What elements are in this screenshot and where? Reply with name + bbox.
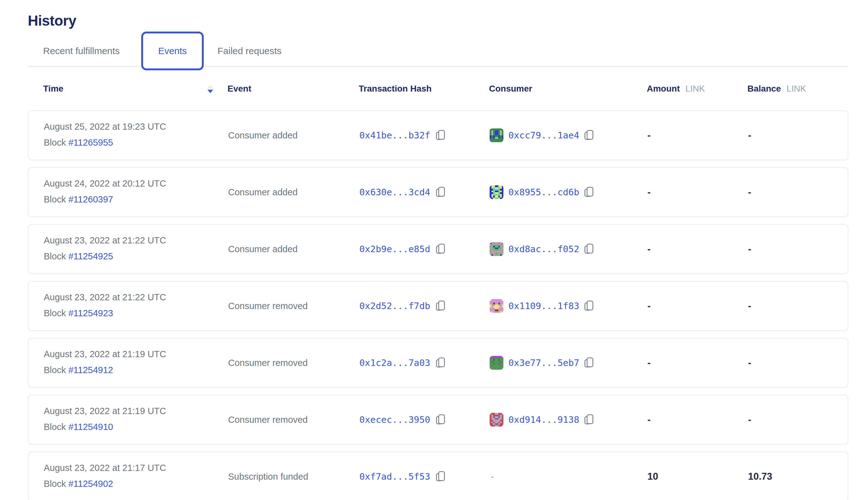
balance-value: - xyxy=(748,186,751,198)
block-label: Block xyxy=(44,194,66,204)
consumer-identicon xyxy=(490,185,503,199)
amount-value: - xyxy=(648,243,651,255)
amount-value: - xyxy=(648,414,651,425)
consumer-address-link[interactable]: 0xd914...9138 xyxy=(509,414,579,425)
table-header: Time Event Transaction Hash Consumer Amo… xyxy=(28,84,848,99)
tx-hash-link[interactable]: 0xf7ad...5f53 xyxy=(359,471,430,482)
event-label: Consumer added xyxy=(228,244,297,254)
sort-desc-icon[interactable] xyxy=(207,85,213,94)
consumer-cell: 0x8955...cd6b xyxy=(490,168,594,217)
tab-events[interactable]: Events xyxy=(141,32,204,70)
column-header-amount: AmountLINK xyxy=(647,84,705,94)
consumer-cell: 0xcc79...1ae4 xyxy=(490,111,594,160)
table-row: August 23, 2022 at 21:22 UTC Block #1125… xyxy=(28,224,848,274)
event-label: Subscription funded xyxy=(228,471,308,482)
block-link[interactable]: #11265955 xyxy=(68,137,113,148)
consumer-identicon xyxy=(490,128,503,142)
balance-value: - xyxy=(748,130,751,141)
table-row: August 23, 2022 at 21:19 UTC Block #1125… xyxy=(28,338,848,388)
tx-hash-link[interactable]: 0x2b9e...e85d xyxy=(359,244,430,254)
tx-copy-button[interactable] xyxy=(436,471,445,482)
block-link[interactable]: #11254902 xyxy=(68,479,113,489)
block-link[interactable]: #11254912 xyxy=(68,365,113,375)
column-header-event: Event xyxy=(227,84,251,94)
tx-copy-button[interactable] xyxy=(436,130,445,141)
block-label: Block xyxy=(44,137,66,148)
tx-copy-button[interactable] xyxy=(436,357,445,368)
tx-copy-button[interactable] xyxy=(436,243,445,255)
tx-copy-button[interactable] xyxy=(436,300,445,311)
consumer-identicon xyxy=(490,242,503,256)
column-header-consumer: Consumer xyxy=(489,84,532,94)
sort-down-arrow xyxy=(207,90,213,93)
consumer-copy-button[interactable] xyxy=(584,300,594,311)
row-date: August 23, 2022 at 21:22 UTC xyxy=(44,292,166,303)
row-date: August 23, 2022 at 21:22 UTC xyxy=(44,235,166,246)
consumer-copy-button[interactable] xyxy=(584,130,594,141)
tx-hash-link[interactable]: 0x2d52...f7db xyxy=(359,300,430,311)
tx-hash-link[interactable]: 0xecec...3950 xyxy=(359,414,430,425)
consumer-address-link[interactable]: 0x1109...1f83 xyxy=(509,300,579,311)
consumer-cell: 0xd914...9138 xyxy=(490,395,594,444)
balance-cell: - xyxy=(748,111,751,160)
time-cell: August 23, 2022 at 21:22 UTC Block #1125… xyxy=(44,235,166,262)
amount-cell: - xyxy=(648,168,651,217)
time-cell: August 23, 2022 at 21:22 UTC Block #1125… xyxy=(44,292,166,318)
consumer-copy-button[interactable] xyxy=(584,357,594,368)
time-cell: August 23, 2022 at 21:19 UTC Block #1125… xyxy=(44,406,166,432)
consumer-copy-button[interactable] xyxy=(584,243,594,255)
tx-hash-link[interactable]: 0x41be...b32f xyxy=(359,130,430,141)
block-label: Block xyxy=(44,479,66,489)
amount-cell: - xyxy=(648,339,651,387)
copy-icon xyxy=(436,300,445,311)
balance-cell: - xyxy=(748,168,751,217)
consumer-identicon xyxy=(490,299,503,313)
table-row: August 24, 2022 at 20:12 UTC Block #1126… xyxy=(28,167,848,217)
transaction-hash-cell: 0xecec...3950 xyxy=(359,395,445,444)
block-link[interactable]: #11254923 xyxy=(68,308,113,318)
consumer-address-link[interactable]: 0xcc79...1ae4 xyxy=(509,130,579,141)
balance-value: - xyxy=(748,243,751,255)
consumer-cell: 0xd8ac...f052 xyxy=(490,225,594,273)
tab-failed-requests[interactable]: Failed requests xyxy=(217,46,282,56)
block-link[interactable]: #11254925 xyxy=(68,251,113,261)
column-header-time[interactable]: Time xyxy=(43,84,64,94)
tx-copy-button[interactable] xyxy=(436,186,445,198)
event-cell: Consumer removed xyxy=(228,395,308,444)
tx-hash-link[interactable]: 0x1c2a...7a03 xyxy=(359,357,430,368)
row-date: August 23, 2022 at 21:19 UTC xyxy=(44,349,166,359)
event-cell: Consumer added xyxy=(228,225,297,273)
consumer-address-link[interactable]: 0x3e77...5eb7 xyxy=(509,357,579,368)
copy-icon xyxy=(436,357,445,368)
copy-icon xyxy=(584,243,594,255)
event-cell: Consumer removed xyxy=(228,282,308,330)
balance-cell: - xyxy=(748,339,751,387)
copy-icon xyxy=(584,357,594,368)
transaction-hash-cell: 0x2d52...f7db xyxy=(359,282,445,330)
consumer-address-link[interactable]: 0xd8ac...f052 xyxy=(509,244,579,254)
block-label: Block xyxy=(44,422,66,432)
block-link[interactable]: #11260397 xyxy=(68,194,113,204)
transaction-hash-cell: 0x2b9e...e85d xyxy=(359,225,445,273)
event-cell: Consumer added xyxy=(228,111,297,160)
transaction-hash-cell: 0x41be...b32f xyxy=(359,111,445,160)
row-date: August 23, 2022 at 21:19 UTC xyxy=(44,406,166,416)
tab-recent-fulfillments[interactable]: Recent fulfillments xyxy=(43,46,120,56)
copy-icon xyxy=(436,130,445,141)
row-date: August 23, 2022 at 21:17 UTC xyxy=(44,463,166,473)
amount-cell: - xyxy=(648,282,651,330)
balance-value: - xyxy=(748,414,751,425)
tx-copy-button[interactable] xyxy=(436,414,445,425)
tx-hash-link[interactable]: 0x630e...3cd4 xyxy=(359,187,430,197)
block-link[interactable]: #11254910 xyxy=(68,422,113,432)
event-label: Consumer removed xyxy=(228,301,308,311)
row-date: August 25, 2022 at 19:23 UTC xyxy=(44,122,166,132)
table-row: August 23, 2022 at 21:19 UTC Block #1125… xyxy=(28,395,848,445)
consumer-address-link[interactable]: 0x8955...cd6b xyxy=(509,187,579,197)
consumer-copy-button[interactable] xyxy=(584,414,594,425)
consumer-copy-button[interactable] xyxy=(584,186,594,198)
copy-icon xyxy=(584,186,594,198)
balance-cell: 10.73 xyxy=(748,452,773,500)
block-label: Block xyxy=(44,365,66,375)
copy-icon xyxy=(436,471,445,482)
